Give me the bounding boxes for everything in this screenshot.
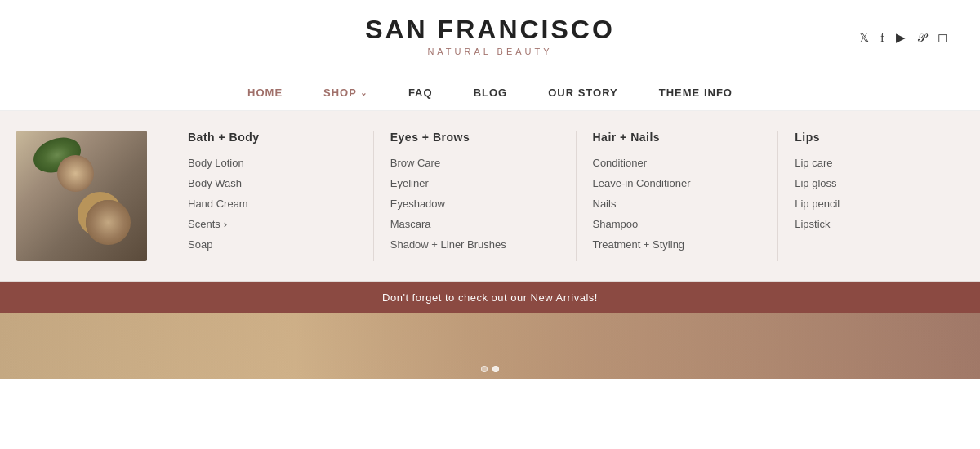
main-nav: HOME SHOP ⌄ FAQ BLOG OUR STORY THEME INF…: [0, 75, 980, 111]
nav-item-faq[interactable]: FAQ: [408, 87, 433, 99]
menu-item-hand-cream[interactable]: Hand Cream: [188, 198, 357, 210]
menu-item-leave-in-conditioner[interactable]: Leave-in Conditioner: [593, 177, 762, 189]
column-title-hair-nails: Hair + Nails: [593, 131, 762, 144]
shop-dropdown: Bath + Body Body Lotion Body Wash Hand C…: [0, 111, 980, 282]
menu-item-scents[interactable]: Scents ›: [188, 218, 357, 230]
menu-item-nails[interactable]: Nails: [593, 198, 762, 210]
menu-item-brow-care[interactable]: Brow Care: [390, 157, 559, 169]
nav-item-shop[interactable]: SHOP ⌄: [323, 87, 368, 99]
menu-item-conditioner[interactable]: Conditioner: [593, 157, 762, 169]
social-icons-group: 𝕏 f ▶ 𝒫 ◻: [859, 30, 947, 45]
subtitle-divider: [466, 60, 514, 60]
nav-item-home[interactable]: HOME: [247, 87, 283, 99]
hero-slider: [0, 313, 980, 379]
column-title-bath-body: Bath + Body: [188, 131, 357, 144]
product-image-detail: [57, 155, 94, 192]
menu-item-soap[interactable]: Soap: [188, 238, 357, 251]
instagram-icon[interactable]: ◻: [938, 30, 947, 45]
header: SAN FRANCISCO NATURAL BEAUTY 𝕏 f ▶ 𝒫 ◻: [0, 0, 980, 75]
youtube-icon[interactable]: ▶: [896, 30, 906, 45]
nav-item-our-story[interactable]: OUR STORY: [548, 87, 618, 99]
menu-column-eyes-brows: Eyes + Brows Brow Care Eyeliner Eyeshado…: [374, 131, 577, 261]
menu-item-lipstick[interactable]: Lipstick: [795, 218, 964, 230]
promo-text: Don't forget to check out our New Arriva…: [382, 291, 598, 304]
menu-item-shampoo[interactable]: Shampoo: [593, 218, 762, 230]
slider-dots: [481, 366, 499, 372]
facebook-icon[interactable]: f: [880, 31, 884, 45]
menu-columns: Bath + Body Body Lotion Body Wash Hand C…: [172, 131, 980, 261]
menu-column-lips: Lips Lip care Lip gloss Lip pencil Lipst…: [778, 131, 980, 261]
menu-item-body-wash[interactable]: Body Wash: [188, 177, 357, 189]
menu-item-eyeliner[interactable]: Eyeliner: [390, 177, 559, 189]
column-title-lips: Lips: [795, 131, 964, 144]
menu-product-image: [16, 131, 147, 261]
nav-item-theme-info[interactable]: THEME INFO: [659, 87, 733, 99]
scents-arrow-icon: ›: [224, 218, 227, 230]
menu-item-treatment-styling[interactable]: Treatment + Styling: [593, 238, 762, 251]
menu-item-lip-gloss[interactable]: Lip gloss: [795, 177, 964, 189]
menu-column-bath-body: Bath + Body Body Lotion Body Wash Hand C…: [172, 131, 374, 261]
menu-column-hair-nails: Hair + Nails Conditioner Leave-in Condit…: [577, 131, 779, 261]
pinterest-icon[interactable]: 𝒫: [917, 31, 926, 45]
slider-dot-2[interactable]: [492, 366, 499, 372]
column-title-eyes-brows: Eyes + Brows: [390, 131, 559, 144]
site-logo: SAN FRANCISCO NATURAL BEAUTY: [365, 15, 615, 60]
menu-item-shadow-liner-brushes[interactable]: Shadow + Liner Brushes: [390, 238, 559, 251]
menu-item-eyeshadow[interactable]: Eyeshadow: [390, 198, 559, 210]
menu-item-body-lotion[interactable]: Body Lotion: [188, 157, 357, 169]
menu-item-lip-care[interactable]: Lip care: [795, 157, 964, 169]
shop-chevron-icon: ⌄: [360, 88, 368, 97]
site-title: SAN FRANCISCO: [365, 15, 615, 45]
site-subtitle: NATURAL BEAUTY: [365, 47, 615, 56]
menu-item-lip-pencil[interactable]: Lip pencil: [795, 198, 964, 210]
nav-item-blog[interactable]: BLOG: [474, 87, 508, 99]
menu-item-mascara[interactable]: Mascara: [390, 218, 559, 230]
promo-banner: Don't forget to check out our New Arriva…: [0, 282, 980, 313]
twitter-icon[interactable]: 𝕏: [859, 30, 869, 45]
slider-dot-1[interactable]: [481, 366, 488, 372]
